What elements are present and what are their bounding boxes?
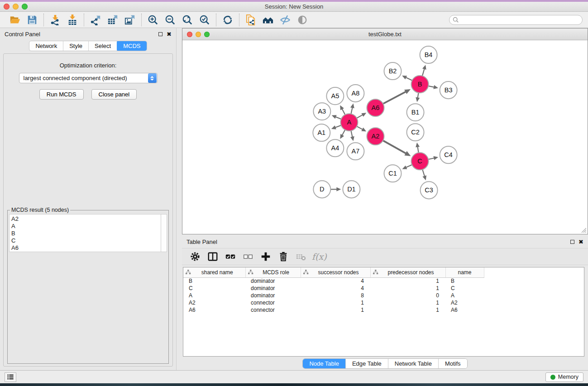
table-cell[interactable]: 1 bbox=[370, 306, 445, 314]
clipboard-network-icon[interactable] bbox=[244, 14, 258, 26]
show-graphics-icon[interactable] bbox=[295, 14, 310, 26]
refresh-icon[interactable] bbox=[220, 14, 235, 26]
mcds-result-item[interactable]: A2 bbox=[11, 215, 161, 223]
header-filler bbox=[484, 267, 495, 277]
gear-icon[interactable] bbox=[188, 250, 202, 263]
table-cell[interactable]: A bbox=[445, 292, 484, 299]
criterion-select[interactable]: largest connected component (directed) bbox=[19, 73, 158, 83]
table-row[interactable]: A2connector11A2 bbox=[183, 299, 495, 306]
table-tabs-row: Node TableEdge TableNetwork TableMotifs bbox=[182, 357, 588, 370]
export-table-icon[interactable] bbox=[105, 14, 120, 26]
run-mcds-button[interactable]: Run MCDS bbox=[39, 89, 84, 100]
close-panel-icon[interactable]: ✖ bbox=[167, 31, 172, 37]
zoom-selected-icon[interactable] bbox=[197, 14, 212, 26]
table-cell[interactable]: 1 bbox=[301, 299, 370, 306]
export-network-icon[interactable] bbox=[88, 14, 103, 26]
row-filler bbox=[484, 285, 495, 292]
split-table-icon[interactable] bbox=[206, 250, 220, 263]
save-session-icon[interactable] bbox=[25, 14, 39, 26]
tab-edge-table[interactable]: Edge Table bbox=[346, 359, 388, 368]
import-network-icon[interactable] bbox=[48, 14, 62, 26]
table-cell[interactable]: dominator bbox=[245, 277, 301, 285]
close-table-panel-icon[interactable]: ✖ bbox=[578, 239, 583, 245]
graph-arrowhead bbox=[336, 187, 341, 191]
deselect-all-icon[interactable] bbox=[241, 250, 255, 263]
table-cell[interactable]: A6 bbox=[445, 306, 484, 314]
export-image-icon[interactable] bbox=[123, 14, 137, 26]
column-header-name[interactable]: name bbox=[445, 267, 484, 277]
resize-grip-icon[interactable] bbox=[580, 227, 587, 233]
close-panel-button[interactable]: Close panel bbox=[91, 89, 137, 100]
tab-network[interactable]: Network bbox=[29, 41, 63, 51]
tab-motifs[interactable]: Motifs bbox=[439, 359, 467, 368]
column-header-MCDS-role[interactable]: MCDS role bbox=[245, 267, 301, 277]
zoom-fit-icon[interactable] bbox=[180, 14, 195, 26]
table-cell[interactable]: A6 bbox=[183, 306, 245, 314]
desktop: Session: New Session Control Panel ✖ Net… bbox=[0, 0, 588, 386]
search-input[interactable] bbox=[449, 15, 583, 25]
zoom-in-icon[interactable] bbox=[146, 14, 160, 26]
tab-style[interactable]: Style bbox=[63, 41, 89, 51]
app-title: Session: New Session bbox=[0, 3, 588, 10]
column-header-successor-nodes[interactable]: successor nodes bbox=[301, 267, 370, 277]
tab-mcds[interactable]: MCDS bbox=[117, 41, 147, 51]
table-cell[interactable]: 1 bbox=[370, 285, 445, 292]
tab-network-table[interactable]: Network Table bbox=[388, 359, 439, 368]
open-session-icon[interactable] bbox=[8, 14, 22, 26]
table-cell[interactable]: connector bbox=[245, 306, 301, 314]
main-area: Control Panel ✖ NetworkStyleSelectMCDS O… bbox=[0, 28, 588, 370]
select-all-icon[interactable] bbox=[224, 250, 237, 263]
table-cell[interactable]: 8 bbox=[301, 292, 370, 299]
mcds-result-item[interactable]: B bbox=[11, 230, 161, 237]
table-row[interactable]: Bdominator41B bbox=[183, 277, 495, 285]
tab-node-table[interactable]: Node Table bbox=[303, 359, 346, 368]
hide-graphics-icon[interactable] bbox=[278, 14, 292, 26]
delete-column-icon[interactable] bbox=[277, 250, 290, 263]
float-panel-icon[interactable] bbox=[158, 32, 163, 36]
mcds-result-list[interactable]: A2ABCA6 bbox=[9, 214, 167, 252]
table-cell[interactable]: 1 bbox=[301, 306, 370, 314]
mcds-result-item[interactable]: A6 bbox=[11, 244, 161, 252]
mcds-result-item[interactable]: A bbox=[11, 223, 161, 230]
graph-node-label: C bbox=[417, 157, 422, 165]
table-cell[interactable]: B bbox=[445, 277, 484, 285]
network-graph[interactable]: AA1A2A3A4A5A6A7A8BB1B2B3B4CC1C2C3C4DD1 bbox=[182, 40, 588, 234]
table-cell[interactable]: A bbox=[183, 292, 245, 299]
memory-button[interactable]: Memory bbox=[545, 372, 583, 382]
table-row[interactable]: Adominator80A bbox=[183, 292, 495, 299]
table-cell[interactable]: connector bbox=[245, 299, 301, 306]
float-table-panel-icon[interactable] bbox=[570, 240, 574, 244]
graph-node-label: A6 bbox=[372, 104, 380, 111]
graph-node-label: D1 bbox=[347, 186, 356, 193]
zoom-out-icon[interactable] bbox=[163, 14, 177, 26]
table-cell[interactable]: dominator bbox=[245, 285, 301, 292]
table-cell[interactable]: B bbox=[183, 277, 245, 285]
table-cell[interactable]: 1 bbox=[370, 299, 445, 306]
table-cell[interactable]: 4 bbox=[301, 277, 370, 285]
table-cell[interactable]: A2 bbox=[445, 299, 484, 306]
table-cell[interactable]: 0 bbox=[370, 292, 445, 299]
table-row[interactable]: A6connector11A6 bbox=[183, 306, 495, 314]
table-cell[interactable]: C bbox=[445, 285, 484, 292]
column-header-shared-name[interactable]: shared name bbox=[183, 267, 245, 277]
main-toolbar bbox=[0, 12, 588, 28]
tab-select[interactable]: Select bbox=[89, 41, 117, 51]
add-column-icon[interactable] bbox=[259, 250, 272, 263]
fx-icon: f(x) bbox=[312, 250, 327, 263]
node-table[interactable]: shared nameMCDS rolesuccessor nodesprede… bbox=[183, 267, 495, 314]
network-view-window: testGlobe.txt AA1A2A3A4A5A6A7A8BB1B2B3B4… bbox=[182, 28, 588, 234]
table-cell[interactable]: C bbox=[183, 285, 245, 292]
table-row[interactable]: Cdominator41C bbox=[183, 285, 495, 292]
graph-node-label: D bbox=[320, 186, 324, 193]
import-table-icon[interactable] bbox=[65, 14, 80, 26]
task-history-button[interactable] bbox=[5, 372, 16, 382]
column-header-predecessor-nodes[interactable]: predecessor nodes bbox=[370, 267, 445, 277]
table-cell[interactable]: dominator bbox=[245, 292, 301, 299]
mcds-result-item[interactable]: C bbox=[11, 237, 161, 244]
table-cell[interactable]: 1 bbox=[370, 277, 445, 285]
network-canvas[interactable]: AA1A2A3A4A5A6A7A8BB1B2B3B4CC1C2C3C4DD1 bbox=[182, 40, 588, 234]
home-view-icon[interactable] bbox=[261, 14, 275, 26]
mcds-list-scrollbar[interactable] bbox=[161, 214, 167, 252]
table-cell[interactable]: 4 bbox=[301, 285, 370, 292]
table-cell[interactable]: A2 bbox=[183, 299, 245, 306]
